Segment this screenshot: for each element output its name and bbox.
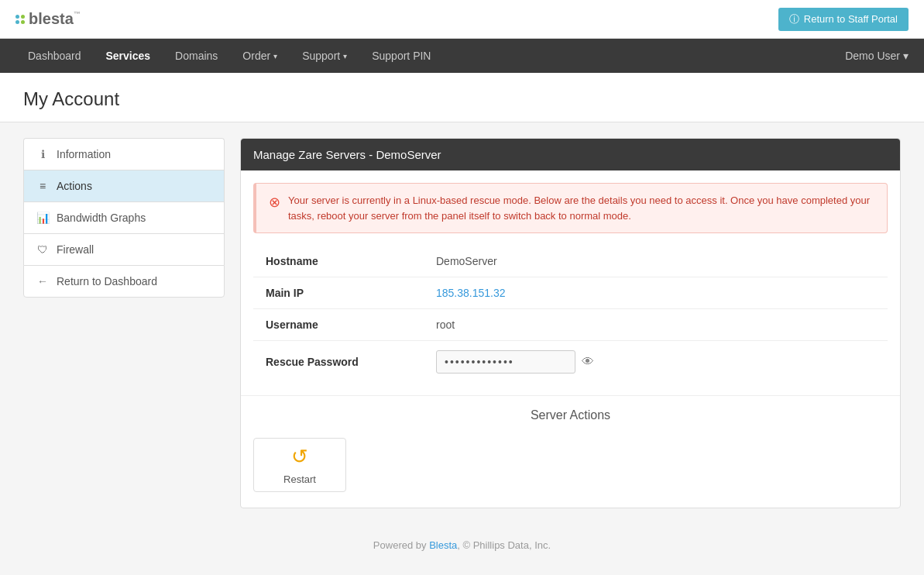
sidebar: ℹ Information ≡ Actions 📊 Bandwidth Grap… [23,138,225,508]
logo-dot-4 [21,20,25,24]
nav-order[interactable]: Order ▾ [230,40,290,71]
nav-services[interactable]: Services [94,40,163,71]
table-row-username: Username root [253,309,888,341]
hostname-value: DemoServer [424,246,888,277]
main-panel: Manage Zare Servers - DemoServer ⊗ Your … [240,138,901,508]
username-value: root [424,309,888,341]
logo-dot-3 [15,20,19,24]
rescue-password-cell: 👁 [424,341,888,384]
footer-copyright: , © Phillips Data, Inc. [457,539,551,551]
rescue-password-label: Rescue Password [253,341,424,384]
footer-text: Powered by [373,539,429,551]
sidebar-item-label-firewall: Firewall [57,243,94,256]
panel-body: ⊗ Your server is currently in a Linux-ba… [241,170,900,395]
sidebar-item-label-bandwidth: Bandwidth Graphs [57,212,146,224]
nav-bar: Dashboard Services Domains Order ▾ Suppo… [0,39,924,73]
logo-dot-2 [21,15,25,19]
page-title: My Account [23,88,901,110]
user-caret-icon: ▾ [903,50,909,62]
logo-text: blesta™ [29,10,81,28]
panel-heading: Manage Zare Servers - DemoServer [241,139,900,170]
nav-support-pin[interactable]: Support PIN [359,40,443,71]
table-row-hostname: Hostname DemoServer [253,246,888,277]
toggle-password-icon[interactable]: 👁 [582,355,594,369]
username-label: Username [253,309,424,341]
nav-user-menu[interactable]: Demo User ▾ [845,50,909,62]
nav-domains[interactable]: Domains [163,40,230,71]
main-ip-link[interactable]: 185.38.151.32 [436,287,506,299]
server-actions-title: Server Actions [253,408,888,422]
footer-blesta-link[interactable]: Blesta [429,539,457,551]
order-caret-icon: ▾ [273,52,277,60]
info-circle-icon: ℹ [36,148,49,160]
action-buttons-row: ↺ Restart [253,435,888,495]
alert-text: Your server is currently in a Linux-base… [288,193,874,223]
main-ip-label: Main IP [253,277,424,309]
rescue-mode-alert: ⊗ Your server is currently in a Linux-ba… [253,183,888,233]
sidebar-item-label-actions: Actions [57,180,92,192]
password-field-wrap: 👁 [436,350,875,374]
sidebar-item-label-return: Return to Dashboard [57,275,157,288]
hostname-label: Hostname [253,246,424,277]
restart-icon: ↺ [291,445,308,469]
nav-user-label: Demo User [845,50,900,62]
restart-button[interactable]: ↺ Restart [253,438,346,492]
top-bar: blesta™ ⓘ Return to Staff Portal [0,0,924,39]
rescue-password-input[interactable] [436,350,575,374]
sidebar-item-firewall[interactable]: 🛡 Firewall [23,233,225,265]
return-staff-label: Return to Staff Portal [804,13,898,25]
sidebar-item-bandwidth-graphs[interactable]: 📊 Bandwidth Graphs [23,201,225,233]
server-actions-section: Server Actions ↺ Restart [241,395,900,508]
list-icon: ≡ [36,180,49,192]
return-staff-circle-icon: ⓘ [789,12,799,26]
nav-dashboard[interactable]: Dashboard [15,40,94,71]
logo: blesta™ [15,10,81,28]
alert-danger-icon: ⊗ [269,194,280,211]
logo-dot-1 [15,15,19,19]
nav-links: Dashboard Services Domains Order ▾ Suppo… [15,40,443,71]
sidebar-item-label-information: Information [57,148,111,160]
manage-panel: Manage Zare Servers - DemoServer ⊗ Your … [240,138,901,508]
main-ip-value: 185.38.151.32 [424,277,888,309]
shield-icon: 🛡 [36,243,49,256]
table-row-main-ip: Main IP 185.38.151.32 [253,277,888,309]
page-title-area: My Account [0,73,924,122]
footer: Powered by Blesta, © Phillips Data, Inc. [0,524,924,566]
nav-support[interactable]: Support ▾ [290,40,359,71]
sidebar-item-information[interactable]: ℹ Information [23,138,225,170]
chart-icon: 📊 [36,212,49,224]
return-staff-button[interactable]: ⓘ Return to Staff Portal [778,8,909,31]
support-caret-icon: ▾ [343,52,347,60]
sidebar-item-return-dashboard[interactable]: ← Return to Dashboard [23,265,225,298]
sidebar-item-actions[interactable]: ≡ Actions [23,170,225,201]
panel-title: Manage Zare Servers - DemoServer [253,148,441,161]
logo-dots [15,15,25,24]
restart-label: Restart [283,473,316,485]
table-row-rescue-password: Rescue Password 👁 [253,341,888,384]
server-info-table: Hostname DemoServer Main IP 185.38.151.3… [253,246,888,383]
content-area: ℹ Information ≡ Actions 📊 Bandwidth Grap… [0,122,924,524]
arrow-left-icon: ← [36,275,49,288]
